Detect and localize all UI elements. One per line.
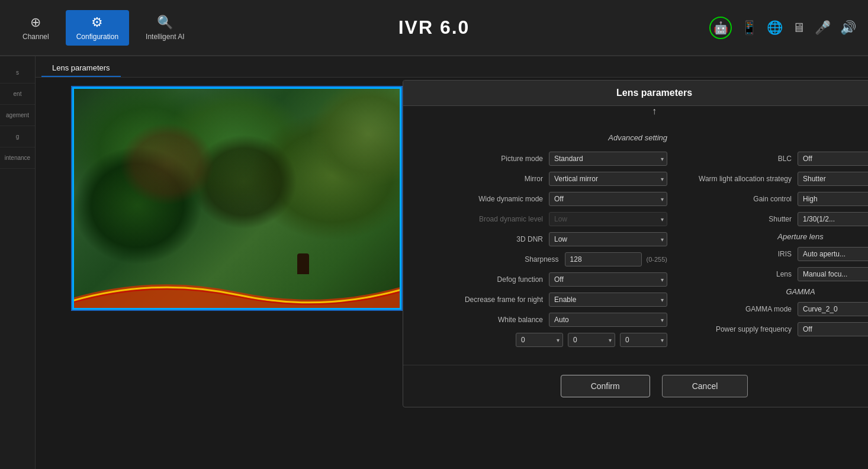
- decrease-frame-select-wrapper: Enable Disable: [549, 293, 667, 307]
- blc-select[interactable]: Off On: [798, 152, 868, 166]
- shutter-label: Shutter: [685, 215, 792, 223]
- warm-light-label: Warm light allocation strategy: [685, 175, 792, 183]
- right-column: Exposure BLC Off On Warm light: [685, 133, 868, 353]
- monitor-icon[interactable]: 🖥: [792, 20, 805, 36]
- nav-intelligent-ai[interactable]: 🔍 Intelligent AI: [135, 10, 195, 46]
- sidebar-item-intenance[interactable]: intenance: [0, 147, 35, 169]
- sharpness-input[interactable]: [565, 252, 642, 266]
- mirror-row: Mirror Vertical mirror Off Horizontal mi…: [415, 172, 667, 186]
- gain-control-label: Gain control: [685, 195, 792, 203]
- warm-light-select-wrapper: Shutter Auto: [798, 172, 868, 186]
- iris-select[interactable]: Auto apertu... Manual: [798, 247, 868, 261]
- 3d-dnr-select-wrapper: Low Off Medium High: [549, 232, 667, 246]
- intelligent-ai-icon: 🔍: [157, 15, 173, 30]
- power-supply-select[interactable]: Off 50Hz 60Hz: [798, 322, 868, 336]
- nav-configuration-label: Configuration: [76, 33, 118, 41]
- white-balance-label: White balance: [448, 316, 543, 324]
- tab-lens-parameters[interactable]: Lens parameters: [41, 60, 121, 77]
- mirror-label: Mirror: [448, 175, 543, 183]
- triple-select-2-wrapper: 0: [568, 333, 615, 347]
- camera-preview: [71, 86, 403, 311]
- shutter-select-wrapper: 1/30(1/2... 1/60 1/120: [798, 212, 868, 226]
- defog-select[interactable]: Off Low Medium High: [549, 272, 667, 287]
- shutter-row: Shutter 1/30(1/2... 1/60 1/120: [685, 212, 868, 226]
- picture-mode-label: Picture mode: [448, 155, 543, 163]
- shutter-select[interactable]: 1/30(1/2... 1/60 1/120: [798, 212, 868, 226]
- nav-intelligent-ai-label: Intelligent AI: [146, 33, 184, 41]
- tabs-bar: Lens parameters: [36, 56, 868, 78]
- main-content: s ent agement g intenance Lens parameter…: [0, 56, 868, 469]
- iris-label: IRIS: [685, 250, 792, 258]
- confirm-button[interactable]: Confirm: [561, 375, 650, 397]
- 3d-dnr-label: 3D DNR: [448, 235, 543, 243]
- sidebar-item-agement[interactable]: agement: [0, 105, 35, 126]
- 3d-dnr-row: 3D DNR Low Off Medium High: [415, 232, 667, 246]
- lens-select-wrapper: Manual focu... Auto focus: [798, 267, 868, 281]
- sidebar-item-g[interactable]: g: [0, 126, 35, 147]
- exposure-title: Exposure: [685, 133, 868, 144]
- sharpness-range: (0-255): [647, 256, 667, 263]
- warm-light-select[interactable]: Shutter Auto: [798, 172, 868, 186]
- gamma-mode-label: GAMMA mode: [685, 305, 792, 313]
- speaker-icon[interactable]: 🔊: [840, 20, 856, 36]
- white-balance-select[interactable]: Auto Manual Outdoor Indoor: [549, 313, 667, 327]
- sidebar-item-s[interactable]: s: [0, 62, 35, 83]
- gain-control-row: Gain control High Low Medium: [685, 192, 868, 206]
- nav-configuration[interactable]: ⚙ Configuration: [66, 10, 129, 46]
- sidebar: s ent agement g intenance: [0, 56, 36, 469]
- 3d-dnr-select[interactable]: Low Off Medium High: [549, 232, 667, 246]
- gain-control-select[interactable]: High Low Medium: [798, 192, 868, 206]
- advanced-setting-title: Advanced setting: [415, 133, 667, 144]
- triple-select-1-wrapper: 0: [516, 333, 563, 347]
- gamma-mode-select[interactable]: Curve_2_0 Curve_1_0 Curve_3_0: [798, 302, 868, 316]
- triple-select-3[interactable]: 0: [620, 333, 667, 347]
- iris-select-wrapper: Auto apertu... Manual: [798, 247, 868, 261]
- defog-select-wrapper: Off Low Medium High: [549, 272, 667, 287]
- gain-control-select-wrapper: High Low Medium: [798, 192, 868, 206]
- picture-mode-select[interactable]: Standard Indoor Outdoor Custom: [549, 152, 667, 166]
- power-supply-select-wrapper: Off 50Hz 60Hz: [798, 322, 868, 336]
- gamma-mode-row: GAMMA mode Curve_2_0 Curve_1_0 Curve_3_0: [685, 302, 868, 316]
- triple-selects-row: 0 0 0: [516, 333, 667, 347]
- app-title: IVR 6.0: [398, 17, 470, 38]
- wide-dynamic-row: Wide dynamic mode Off Low Medium High: [415, 192, 667, 206]
- picture-mode-select-wrapper: Standard Indoor Outdoor Custom: [549, 152, 667, 166]
- dialog-footer: Confirm Cancel: [403, 365, 868, 407]
- warm-light-row: Warm light allocation strategy Shutter A…: [685, 172, 868, 186]
- nav-channel[interactable]: ⊕ Channel: [12, 10, 60, 46]
- power-supply-label: Power supply frequency: [685, 325, 792, 333]
- triple-select-3-wrapper: 0: [620, 333, 667, 347]
- dialog-panel: Lens parameters ↑ Advanced setting Pictu…: [403, 80, 868, 407]
- mic-icon[interactable]: 🎤: [815, 20, 831, 36]
- blc-row: BLC Off On: [685, 152, 868, 166]
- blc-label: BLC: [685, 155, 792, 163]
- blc-select-wrapper: Off On: [798, 152, 868, 166]
- defog-row: Defog function Off Low Medium High: [415, 272, 667, 287]
- triple-select-1[interactable]: 0: [516, 333, 563, 347]
- bottom-curve-svg: [72, 262, 403, 310]
- dialog-title: Lens parameters: [616, 88, 692, 98]
- gamma-title: GAMMA: [685, 287, 868, 296]
- lens-select[interactable]: Manual focu... Auto focus: [798, 267, 868, 281]
- camera-preview-inner: [72, 87, 401, 310]
- lens-row: Lens Manual focu... Auto focus: [685, 267, 868, 281]
- sharpness-row: Sharpness (0-255): [415, 252, 667, 266]
- decrease-frame-select[interactable]: Enable Disable: [549, 293, 667, 307]
- triple-select-2[interactable]: 0: [568, 333, 615, 347]
- cancel-button[interactable]: Cancel: [662, 375, 748, 397]
- configuration-icon: ⚙: [91, 15, 103, 30]
- android-icon[interactable]: 🤖: [709, 17, 732, 39]
- white-balance-select-wrapper: Auto Manual Outdoor Indoor: [549, 313, 667, 327]
- globe-icon[interactable]: 🌐: [767, 20, 783, 36]
- mirror-select[interactable]: Vertical mirror Off Horizontal mirror Bo…: [549, 172, 667, 186]
- sidebar-item-ent[interactable]: ent: [0, 83, 35, 105]
- decrease-frame-row: Decrease frame for night Enable Disable: [415, 293, 667, 307]
- wide-dynamic-select[interactable]: Off Low Medium High: [549, 192, 667, 206]
- decrease-frame-label: Decrease frame for night: [448, 295, 543, 304]
- broad-dynamic-row: Broad dynamic level Low Medium High: [415, 212, 667, 226]
- broad-dynamic-label: Broad dynamic level: [448, 215, 543, 223]
- sharpness-label: Sharpness: [464, 255, 559, 264]
- wide-dynamic-select-wrapper: Off Low Medium High: [549, 192, 667, 206]
- mobile-icon[interactable]: 📱: [741, 20, 757, 36]
- defog-label: Defog function: [448, 275, 543, 284]
